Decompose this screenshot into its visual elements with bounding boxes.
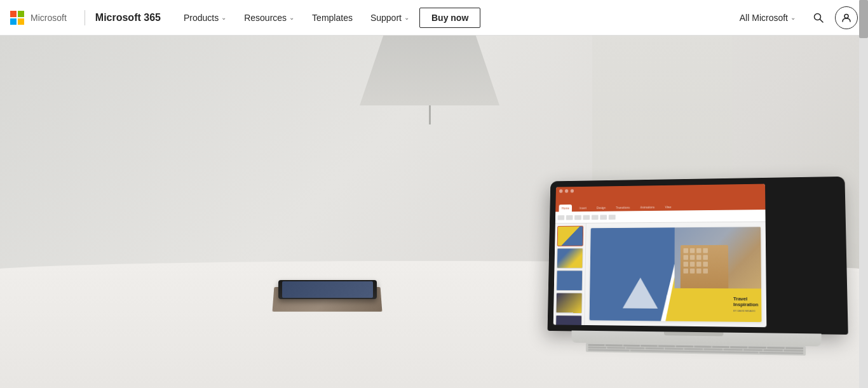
account-button[interactable] xyxy=(835,6,858,29)
toolbar-item-2 xyxy=(566,215,573,220)
notebook-phone-group xyxy=(273,286,381,312)
nav-item-support[interactable]: Support ⌄ xyxy=(363,8,417,28)
account-icon xyxy=(841,13,851,23)
slide-title-line2: Inspiration xyxy=(733,302,758,308)
nav-support-label: Support xyxy=(370,13,402,23)
toolbar-item-1 xyxy=(557,215,564,220)
ppt-tab-view: View xyxy=(662,203,674,211)
nav-item-resources[interactable]: Resources ⌄ xyxy=(236,8,302,28)
lamp-decoration xyxy=(360,36,499,124)
nav-products-label: Products xyxy=(184,13,219,23)
search-button[interactable] xyxy=(807,6,830,29)
ppt-tab-transitions: Transitions xyxy=(613,204,633,211)
search-icon xyxy=(813,13,824,23)
toolbar-item-4 xyxy=(583,215,590,220)
slide-photo xyxy=(674,227,761,288)
products-chevron-icon: ⌄ xyxy=(221,14,226,21)
titlebar-dot xyxy=(559,189,562,193)
laptop: Home Insert Design Transitions Animation… xyxy=(529,175,846,356)
slide-thumb-2 xyxy=(557,248,583,268)
svg-line-1 xyxy=(820,19,824,22)
phone-screen xyxy=(282,281,373,298)
all-microsoft-chevron-icon: ⌄ xyxy=(790,14,796,21)
status-bar-icons xyxy=(557,326,573,327)
hero-section: Home Insert Design Transitions Animation… xyxy=(0,36,859,388)
ppt-tab-insert: Insert xyxy=(576,204,589,211)
status-icon-1 xyxy=(557,326,561,327)
slide-thumb-3 xyxy=(556,271,583,291)
ppt-tab-home: Home xyxy=(559,204,572,211)
brand-name: Microsoft xyxy=(31,13,67,23)
svg-point-2 xyxy=(844,14,848,18)
lamp-cord xyxy=(429,105,431,124)
nav-resources-label: Resources xyxy=(244,13,287,23)
titlebar-dot-2 xyxy=(565,189,568,193)
laptop-screen-inner: Home Insert Design Transitions Animation… xyxy=(553,184,767,328)
slide-thumb-1 xyxy=(557,226,583,246)
phone xyxy=(278,280,377,299)
toolbar-item-6 xyxy=(600,215,607,220)
titlebar-dot-3 xyxy=(571,189,574,193)
ppt-workspace: Travel Inspiration BY DAVID MIGADO xyxy=(553,222,767,327)
support-chevron-icon: ⌄ xyxy=(404,14,409,21)
toolbar-item-3 xyxy=(574,215,581,220)
slide-title-line1: Travel xyxy=(733,296,758,302)
nav-divider xyxy=(85,10,85,25)
ppt-main-slide-area: Travel Inspiration BY DAVID MIGADO xyxy=(585,222,766,327)
powerpoint-app: Home Insert Design Transitions Animation… xyxy=(553,184,767,328)
slide-thumb-5 xyxy=(555,315,582,325)
toolbar-item-5 xyxy=(592,215,599,220)
navbar-right: All Microsoft ⌄ xyxy=(733,6,858,29)
status-icon-3 xyxy=(568,326,573,327)
scrollbar-thumb[interactable] xyxy=(859,0,868,38)
primary-nav: Products ⌄ Resources ⌄ Templates Support… xyxy=(176,8,480,28)
laptop-hinge xyxy=(664,331,724,336)
building xyxy=(680,245,728,288)
all-microsoft-button[interactable]: All Microsoft ⌄ xyxy=(733,8,802,28)
ppt-tab-animations: Animations xyxy=(637,203,658,211)
toolbar-item-7 xyxy=(609,215,616,220)
navbar-brand: Microsoft Microsoft 365 xyxy=(10,10,161,25)
microsoft-logo[interactable]: Microsoft xyxy=(10,11,67,25)
nav-item-products[interactable]: Products ⌄ xyxy=(176,8,234,28)
ppt-toolbar xyxy=(555,210,766,224)
building-windows xyxy=(683,248,707,274)
laptop-screen-outer: Home Insert Design Transitions Animation… xyxy=(548,177,848,335)
status-icon-2 xyxy=(562,326,567,327)
ppt-slides-panel xyxy=(553,224,587,325)
navbar: Microsoft Microsoft 365 Products ⌄ Resou… xyxy=(0,0,868,36)
slide-thumb-4 xyxy=(556,293,583,314)
slide-text-area: Travel Inspiration BY DAVID MIGADO xyxy=(733,296,758,312)
ppt-tab-design: Design xyxy=(593,204,608,211)
slide-triangle xyxy=(623,278,658,309)
nav-item-templates[interactable]: Templates xyxy=(304,8,360,28)
buy-now-button[interactable]: Buy now xyxy=(419,8,480,28)
main-slide-content: Travel Inspiration BY DAVID MIGADO xyxy=(590,227,762,322)
slide-subtitle: BY DAVID MIGADO xyxy=(733,309,758,312)
nav-templates-label: Templates xyxy=(312,13,353,23)
lamp-shade xyxy=(360,36,499,105)
product-name: Microsoft 365 xyxy=(95,12,161,23)
ppt-ribbon: Home Insert Design Transitions Animation… xyxy=(555,192,765,212)
all-microsoft-label: All Microsoft xyxy=(740,13,788,23)
resources-chevron-icon: ⌄ xyxy=(289,14,294,21)
scrollbar[interactable] xyxy=(859,0,868,388)
